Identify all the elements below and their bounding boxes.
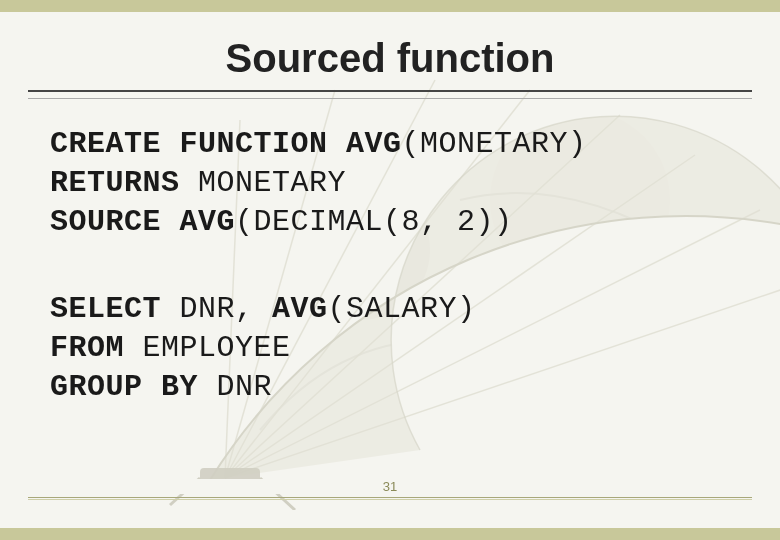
title-divider-thin <box>28 98 752 99</box>
code-keyword: FROM <box>50 331 124 365</box>
code-keyword: CREATE FUNCTION AVG <box>50 127 402 161</box>
footer-divider-secondary <box>28 499 752 500</box>
code-keyword: SOURCE AVG <box>50 205 235 239</box>
footer-divider <box>28 497 752 498</box>
code-text: DNR, <box>161 292 272 326</box>
code-keyword: RETURNS <box>50 166 180 200</box>
accent-bar-bottom <box>0 528 780 540</box>
code-text: EMPLOYEE <box>124 331 291 365</box>
page-number: 31 <box>0 479 780 494</box>
code-block-create-function: CREATE FUNCTION AVG(MONETARY) RETURNS MO… <box>50 125 730 242</box>
accent-bar-top <box>0 0 780 12</box>
code-keyword: AVG <box>272 292 328 326</box>
title-divider <box>28 90 752 92</box>
slide-content: CREATE FUNCTION AVG(MONETARY) RETURNS MO… <box>50 125 730 407</box>
code-text: (SALARY) <box>328 292 476 326</box>
code-keyword: SELECT <box>50 292 161 326</box>
code-block-select: SELECT DNR, AVG(SALARY) FROM EMPLOYEE GR… <box>50 290 730 407</box>
code-text: MONETARY <box>180 166 347 200</box>
code-keyword: GROUP BY <box>50 370 198 404</box>
code-text: DNR <box>198 370 272 404</box>
code-text: (DECIMAL(8, 2)) <box>235 205 513 239</box>
code-text: (MONETARY) <box>402 127 587 161</box>
slide-title: Sourced function <box>0 36 780 81</box>
